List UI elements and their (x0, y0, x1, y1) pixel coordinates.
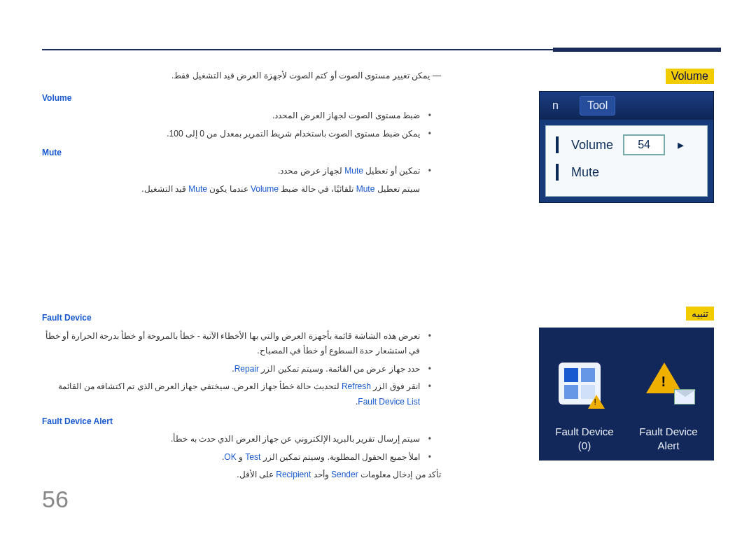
mute-list: تمكين أو تعطيل Mute لجهاز عرض محدد. (42, 164, 441, 179)
volume-label: Volume (571, 138, 613, 153)
list-item: حدد جهاز عرض من القائمة. وسيتم تمكين الز… (42, 362, 428, 377)
page-number: 56 (42, 486, 69, 513)
heading-mute: Mute (42, 146, 441, 161)
fault-device-icon[interactable] (559, 363, 601, 405)
volume-row: Volume 54 ▸ (556, 134, 697, 155)
volume-list: ضبط مستوى الصوت لجهاز العرض المحدد. يمكن… (42, 108, 441, 141)
content-volume-section: يمكن تغيير مستوى الصوت أو كتم الصوت لأجه… (42, 69, 441, 197)
content-alert-section: Fault Device تعرض هذه الشاشة قائمة بأجهز… (42, 307, 441, 483)
volume-panel-body: Volume 54 ▸ Mute (545, 125, 708, 197)
mute-note: سيتم تعطيل Mute تلقائيًا، في حالة ضبط Vo… (42, 182, 441, 197)
fault-device-alert-list: سيتم إرسال تقرير بالبريد الإلكتروني عن ج… (42, 432, 441, 465)
heading-volume: Volume (42, 91, 441, 106)
section-label-volume: Volume (666, 69, 714, 84)
tab-bar: n Tool (540, 92, 713, 120)
header-rule (42, 49, 714, 50)
fault-device-list: تعرض هذه الشاشة قائمة بأجهزة العرض والتي… (42, 329, 441, 410)
volume-value[interactable]: 54 (623, 134, 665, 155)
fda-note: تأكد من إدخال معلومات Sender وأحد Recipi… (42, 468, 441, 483)
list-item: سيتم إرسال تقرير بالبريد الإلكتروني عن ج… (42, 432, 428, 447)
row-marker-icon (556, 136, 559, 153)
alert-icon-row (546, 363, 707, 405)
alert-labels: Fault Device (0) Fault Device Alert (546, 425, 707, 452)
list-item: انقر فوق الزر Refresh لتحديث حالة خطأ جه… (42, 379, 428, 409)
intro-text: يمكن تغيير مستوى الصوت أو كتم الصوت لأجه… (42, 69, 441, 84)
tab-n[interactable]: n (545, 97, 566, 115)
heading-fault-device-alert: Fault Device Alert (42, 414, 441, 430)
list-item: يمكن ضبط مستوى الصوت باستخدام شريط التمر… (42, 127, 428, 142)
screenshot-alert-panel: Fault Device (0) Fault Device Alert (539, 328, 714, 461)
mute-row[interactable]: Mute (556, 164, 697, 181)
fault-device-label: Fault Device (0) (546, 425, 623, 452)
screenshot-volume-panel: n Tool Volume 54 ▸ Mute (539, 91, 714, 203)
fault-device-alert-label: Fault Device Alert (630, 425, 707, 452)
mute-label: Mute (571, 165, 599, 180)
tab-tool[interactable]: Tool (580, 96, 615, 115)
section-label-alert: تنبيه (686, 307, 714, 321)
fault-device-alert-icon[interactable] (646, 363, 695, 405)
list-item: تمكين أو تعطيل Mute لجهاز عرض محدد. (42, 164, 428, 179)
list-item: املأ جميع الحقول المطلوبة. وسيتم تمكين ا… (42, 450, 428, 465)
list-item: ضبط مستوى الصوت لجهاز العرض المحدد. (42, 108, 428, 124)
heading-fault-device: Fault Device (42, 311, 441, 326)
row-marker-icon (556, 164, 559, 181)
volume-increase-button[interactable]: ▸ (675, 137, 687, 153)
list-item: تعرض هذه الشاشة قائمة بأجهزة العرض والتي… (42, 329, 428, 359)
